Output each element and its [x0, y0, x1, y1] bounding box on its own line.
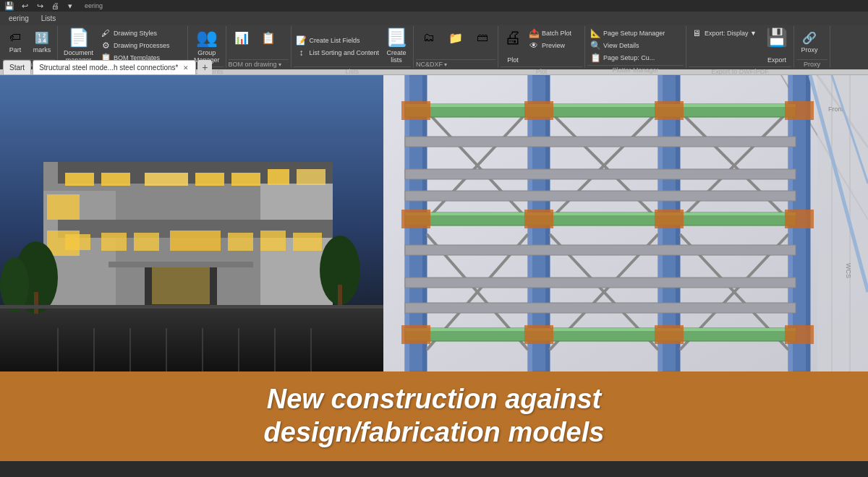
bom-dropdown-arrow: ▾ [278, 61, 281, 68]
part-marks-2-label: marks [33, 46, 51, 54]
group-export: 🖥 Export: Display ▼ 💾 Export Export to D… [686, 26, 794, 68]
svg-rect-8 [101, 173, 130, 186]
btn-bom-drawing-2[interactable]: 📋 [255, 27, 281, 48]
svg-rect-7 [65, 173, 94, 186]
svg-rect-84 [524, 210, 553, 228]
plotter-small-btns: 📐 Page Setup Manager 🔍 View Details 📋 Pa… [587, 27, 667, 64]
tab-close-icon[interactable]: ✕ [182, 64, 190, 72]
group-lists: 📝 Create List Fields ↕ List Sorting and … [292, 26, 414, 68]
btn-part-marks-2[interactable]: 🔢 marks [29, 27, 55, 56]
svg-rect-81 [655, 101, 684, 120]
caption-bar: New construction against design/fabricat… [0, 371, 868, 461]
btn-page-setup-manager[interactable]: 📐 Page Setup Manager [587, 27, 667, 39]
btn-view-details[interactable]: 🔍 View Details [587, 40, 667, 51]
tab-start[interactable]: Start [3, 60, 31, 74]
svg-rect-24 [152, 265, 210, 304]
ribbon-tab-lists[interactable]: Lists [35, 12, 62, 25]
batch-plot-icon: 📤 [528, 28, 540, 38]
svg-rect-75 [405, 191, 796, 201]
btn-drawing-styles[interactable]: 🖋 Drawing Styles [98, 27, 172, 39]
svg-rect-90 [785, 325, 814, 344]
preview-label: Preview [542, 42, 565, 49]
btn-bom-drawing-1[interactable]: 📊 [229, 27, 255, 48]
tab-active-document[interactable]: Structural steel mode...h steel connecti… [33, 60, 196, 74]
create-lists-label: Createlists [387, 49, 407, 64]
group-manager-icon: 👥 [196, 29, 218, 46]
svg-rect-83 [401, 210, 430, 228]
list-sorting-icon: ↕ [296, 48, 307, 58]
nc3-icon: 🗃 [474, 29, 491, 46]
proxy-label: Proxy [801, 46, 818, 54]
btn-create-list-fields[interactable]: 📝 Create List Fields [294, 35, 382, 46]
btn-export[interactable]: 💾 Export [762, 27, 791, 65]
svg-rect-16 [134, 233, 159, 251]
svg-rect-77 [405, 278, 796, 288]
caption-line2: design/fabrication models [264, 416, 605, 450]
btn-part-marks-1[interactable]: 🏷 Part [2, 27, 28, 56]
svg-rect-9 [145, 173, 188, 186]
preview-icon: 👁 [528, 40, 540, 51]
qat-undo[interactable]: ↩ [18, 0, 31, 12]
new-tab-button[interactable]: + [197, 60, 212, 74]
svg-rect-85 [655, 210, 684, 228]
caption-line1: New construction against [264, 383, 605, 416]
proxy-icon: 🔗 [801, 29, 818, 46]
svg-rect-86 [785, 210, 814, 228]
building-svg [0, 75, 383, 371]
svg-rect-20 [293, 233, 322, 251]
export-display-icon: 🖥 [691, 28, 702, 38]
drawing-styles-label: Drawing Styles [114, 30, 157, 37]
lists-small-btns: 📝 Create List Fields ↕ List Sorting and … [294, 35, 382, 59]
svg-rect-22 [47, 231, 80, 256]
qat-dropdown[interactable]: ▾ [64, 0, 77, 12]
structural-model-image: Front WCS [383, 75, 868, 371]
plot-label: Plot [507, 56, 519, 64]
svg-rect-21 [47, 194, 80, 220]
btn-nc3[interactable]: 🗃 [469, 27, 495, 48]
btn-list-sorting-content[interactable]: ↕ List Sorting and Content [294, 47, 382, 59]
plot-small-btns: 📤 Batch Plot 👁 Preview [526, 27, 574, 51]
btn-create-lists[interactable]: 📃 Createlists [382, 27, 411, 65]
svg-rect-91 [817, 75, 868, 371]
drawing-styles-icon: 🖋 [100, 28, 111, 38]
view-details-icon: 🔍 [590, 40, 601, 51]
btn-export-display[interactable]: 🖥 Export: Display ▼ [689, 27, 759, 39]
batch-plot-label: Batch Plot [542, 30, 571, 37]
view-details-label: View Details [603, 42, 639, 49]
btn-proxy-1[interactable]: 🔗 Proxy [796, 27, 822, 56]
page-setup-manager-label: Page Setup Manager [603, 30, 665, 37]
svg-rect-15 [101, 233, 127, 251]
ribbon-tab-engineering[interactable]: eering [3, 12, 35, 25]
nc2-icon: 📁 [447, 29, 464, 46]
svg-rect-68 [405, 104, 796, 107]
qat-print[interactable]: 🖨 [48, 0, 61, 12]
svg-rect-13 [297, 169, 326, 185]
btn-nc2[interactable]: 📁 [443, 27, 469, 48]
images-row: Front WCS [0, 75, 868, 371]
app-title: eering [85, 2, 103, 9]
document-manager-icon: 📄 [68, 29, 90, 46]
svg-rect-72 [405, 328, 796, 331]
svg-rect-27 [34, 292, 38, 314]
svg-rect-12 [268, 169, 289, 185]
btn-batch-plot[interactable]: 📤 Batch Plot [526, 27, 574, 39]
svg-rect-73 [405, 137, 796, 147]
btn-plot[interactable]: 🖨 Plot [501, 27, 525, 65]
svg-rect-82 [785, 101, 814, 120]
btn-nc1[interactable]: 🗂 [416, 27, 442, 48]
export-icon: 💾 [766, 29, 788, 46]
page-setup-cu-icon: 📋 [590, 53, 601, 63]
plot-icon: 🖨 [504, 29, 522, 46]
btn-drawing-processes[interactable]: ⚙ Drawing Processes [98, 40, 172, 51]
btn-preview[interactable]: 👁 Preview [526, 40, 574, 51]
part-marks-label: Part [9, 46, 22, 54]
building-image [0, 75, 383, 371]
group-plotter-manager: 📐 Page Setup Manager 🔍 View Details 📋 Pa… [585, 26, 686, 68]
bom-drawing-icon-2: 📋 [260, 29, 277, 46]
part-marks-icon: 🏷 [7, 29, 24, 46]
svg-rect-19 [260, 231, 286, 251]
qat-redo[interactable]: ↪ [33, 0, 46, 12]
caption-text: New construction against design/fabricat… [264, 383, 605, 449]
btn-page-setup-cu[interactable]: 📋 Page Setup: Cu... [587, 52, 667, 64]
qat-save[interactable]: 💾 [3, 0, 16, 12]
